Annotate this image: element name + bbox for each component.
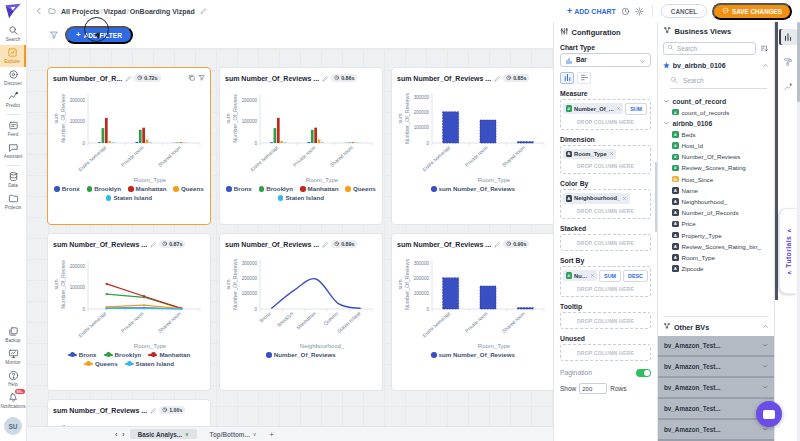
chart-plot[interactable]: sumNumber_Of_Review0100000200000Entire h… — [53, 85, 205, 185]
rows-input[interactable]: 200 — [579, 383, 607, 394]
tabs-next-button[interactable]: › — [122, 431, 124, 438]
tabs-prev-button[interactable]: ‹ — [115, 431, 117, 438]
legend-item[interactable]: Manhattan — [128, 185, 166, 193]
field-item[interactable]: AName — [672, 187, 769, 194]
column-pill[interactable]: ANeighbourhood_ — [563, 193, 630, 204]
field-group[interactable]: airbnb_0106 — [663, 120, 769, 127]
sidebar-item-predict[interactable]: Predict — [0, 89, 26, 111]
chart-plot-area[interactable]: sumNumber_Of_Review0100000200000Entire h… — [53, 85, 205, 185]
legend-item[interactable]: Manhattan — [148, 351, 190, 359]
remove-icon[interactable] — [590, 273, 595, 278]
drop-zone[interactable]: ARoom_TypeDROP COLUMN HERE — [560, 145, 651, 175]
chevron-up-icon[interactable] — [762, 62, 769, 69]
chart-plot-area[interactable]: sumNumber_Of_Review0100000200000Entire h… — [225, 85, 377, 185]
add-chart-button[interactable]: +ADD CHART — [567, 6, 616, 16]
vertical-bar-button[interactable] — [560, 72, 574, 84]
field-item[interactable]: AReview_Scores_Rating_bin_ — [672, 243, 769, 250]
legend-item[interactable]: Brooklyn — [104, 351, 142, 359]
chart-card[interactable]: sum Number_Of_Reviews ...0.85ssumNumber_… — [391, 67, 553, 225]
field-item[interactable]: AZipcode — [672, 265, 769, 272]
edit-title-icon[interactable] — [200, 7, 208, 15]
chart-plot[interactable]: sumNumber_Of_Reviews0100000200000300000E… — [397, 85, 549, 185]
remove-icon[interactable] — [622, 196, 627, 201]
remove-icon[interactable] — [616, 106, 621, 111]
sort-icon[interactable] — [760, 44, 769, 53]
sidebar-item-search[interactable]: Search — [0, 23, 26, 45]
bv-search-input[interactable]: Search — [663, 42, 756, 55]
legend-item[interactable]: Staten Island — [278, 194, 324, 202]
add-filter-button[interactable]: +ADD FILTER — [65, 26, 133, 44]
field-item[interactable]: ANumber_of_Records — [672, 209, 769, 216]
sidebar-item-explore[interactable]: Explore — [0, 45, 26, 67]
format-paint-button[interactable] — [779, 54, 797, 70]
other-bv-item[interactable]: bv_Amazon_Test... — [658, 357, 774, 378]
legend-item[interactable]: Queens — [84, 360, 118, 368]
legend-item[interactable]: Staten Island — [125, 360, 175, 368]
legend-item[interactable]: Manhattan — [300, 185, 338, 193]
legend-item[interactable]: Bronx — [54, 185, 79, 193]
edit-chart-icon[interactable] — [494, 75, 501, 82]
sidebar-item-backup[interactable]: Backup — [0, 324, 26, 346]
chevron-up-icon[interactable] — [762, 62, 769, 70]
back-icon[interactable] — [35, 7, 43, 15]
avatar[interactable]: SU — [4, 417, 22, 435]
edit-chart-icon[interactable] — [494, 241, 501, 248]
edit-chart-icon[interactable] — [322, 241, 329, 248]
sidebar-item-help[interactable]: Help — [0, 368, 26, 390]
legend-item[interactable]: sum Number_Of_Reviews — [431, 185, 515, 193]
cancel-button[interactable]: CANCEL — [661, 4, 707, 18]
chart-plot-area[interactable]: sumNumber_Of_Reviews0100000200000300000E… — [397, 85, 549, 185]
drop-zone[interactable]: #Number_Of_...SUMDROP COLUMN HERE — [560, 99, 651, 130]
sum-button[interactable]: SUM — [599, 270, 621, 282]
other-bv-item[interactable]: bv_Amazon_Test... — [658, 420, 774, 441]
sheet-tab[interactable]: Top/Bottom...∨ — [202, 429, 265, 439]
panel-scrollbar[interactable] — [775, 22, 778, 300]
sidebar-item-assistant[interactable]: Assistant — [0, 140, 26, 162]
chevron-up-icon[interactable] — [762, 323, 769, 332]
other-bvs-header[interactable]: Other BVs — [663, 316, 769, 336]
field-item[interactable]: #Beds — [672, 131, 769, 138]
chart-card[interactable]: sum Number_Of_Reviews ...0.86ssumNumber_… — [219, 67, 383, 225]
edit-chart-icon[interactable] — [125, 75, 132, 82]
column-pill[interactable]: ARoom_Type — [563, 149, 616, 160]
sidebar-item-discover[interactable]: Discover — [0, 67, 26, 89]
sum-button[interactable]: SUM — [625, 103, 647, 115]
add-sheet-button[interactable]: + — [269, 430, 274, 439]
copy-chart-icon[interactable] — [188, 74, 196, 82]
legend-item[interactable]: Bronx — [68, 351, 97, 359]
horizontal-bar-button[interactable] — [577, 72, 591, 84]
sidebar-item-monitor[interactable]: Monitor — [0, 346, 26, 368]
field-item[interactable]: #Number_Of_Reviews — [672, 153, 769, 160]
sidebar-item-feed[interactable]: Feed — [0, 118, 26, 140]
chart-card[interactable]: sum Number_Of_Reviews ...0.90ssumNumber_… — [391, 233, 553, 391]
column-pill[interactable]: #Number_Of_... — [563, 103, 623, 114]
chart-plot-area[interactable]: sumNumber_Of_Reviews0100000200000300000B… — [225, 251, 377, 351]
chart-plot[interactable]: sumNumber_Of_Review0100000200000Entire h… — [53, 251, 205, 351]
sort-icon[interactable] — [760, 44, 769, 53]
legend-item[interactable]: Bronx — [226, 185, 251, 193]
edit-chart-icon[interactable] — [322, 75, 329, 82]
sidebar-item-data[interactable]: Data — [0, 169, 26, 191]
edit-title-icon[interactable] — [200, 7, 208, 15]
breadcrumb-item[interactable]: Vizpad — [103, 8, 125, 15]
field-item[interactable]: APrice — [672, 220, 769, 227]
filter-funnel-icon[interactable] — [49, 30, 59, 40]
field-item[interactable]: ARoom_Type — [672, 254, 769, 261]
filter-funnel-icon[interactable] — [49, 30, 59, 40]
field-item[interactable]: #Review_Scores_Rating — [672, 164, 769, 171]
legend-item[interactable]: Queens — [173, 185, 203, 193]
sidebar-item-projects[interactable]: Projects — [0, 191, 26, 213]
chart-plot-area[interactable]: sumNumber_Of_Reviews0100000200000300000E… — [397, 251, 549, 351]
remove-icon[interactable] — [609, 151, 614, 156]
field-group[interactable]: count_of_record — [663, 98, 769, 105]
history-icon[interactable] — [621, 7, 630, 16]
app-logo-icon[interactable] — [4, 3, 23, 19]
legend-item[interactable]: Number_Of_Reviews — [266, 351, 335, 359]
chart-card[interactable]: sum Number_Of_R...0.72ssumNumber_Of_Revi… — [47, 67, 211, 225]
desc-button[interactable]: DESC — [623, 270, 648, 282]
legend-item[interactable]: Staten Island — [106, 194, 152, 202]
smart-chart-button[interactable] — [779, 79, 797, 95]
chart-plot[interactable]: sumNumber_Of_Reviews0100000200000300000E… — [397, 251, 549, 351]
tutorials-tab[interactable]: ∧Tutorials∧ — [779, 208, 796, 294]
field-search-input[interactable]: Search — [670, 76, 767, 89]
